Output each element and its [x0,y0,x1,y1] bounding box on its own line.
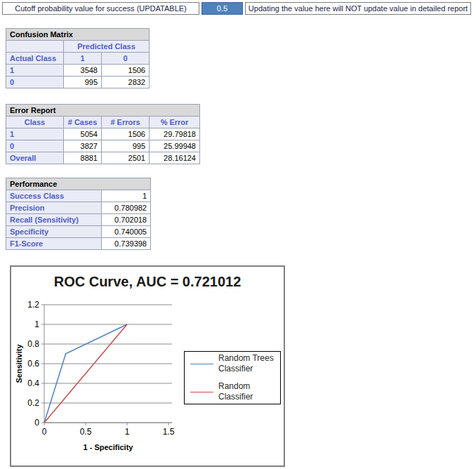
confusion-matrix-table: Confusion Matrix Predicted Class Actual … [6,28,150,88]
svg-text:1: 1 [34,319,39,329]
value-cell: 8881 [64,152,102,164]
table-row: Recall (Sensitivity) 0.702018 [6,214,151,226]
value-cell: 5054 [64,128,102,140]
svg-text:1.2: 1.2 [27,300,39,310]
value-cell: 0.702018 [102,214,151,226]
table-row: Precision 0.780982 [6,202,151,214]
table-row: 1 5054 1506 29.79818 [6,128,200,140]
performance-table: Performance Success Class 1 Precision 0.… [6,178,151,250]
table-title: Confusion Matrix [6,29,150,41]
row-label: Precision [6,202,102,214]
value-cell: 2501 [102,152,150,164]
value-cell: 0.740005 [102,226,151,238]
value-cell: 995 [64,77,102,88]
roc-chart: 00.20.40.60.811.200.511.51 - Specificity… [10,265,285,467]
cutoff-note: Updating the value here will NOT update … [245,2,471,15]
row-label: Recall (Sensitivity) [6,214,102,226]
value-cell: 0.780982 [102,202,151,214]
value-cell: 25.99948 [150,140,200,152]
value-cell: 1506 [102,65,150,77]
svg-text:0.6: 0.6 [27,359,39,369]
col-header: # Errors [102,117,150,128]
error-report-table: Error Report Class # Cases # Errors % Er… [6,104,200,164]
legend-label: Random Classifier [218,381,277,402]
col-header: 0 [102,53,150,65]
svg-text:0: 0 [42,427,47,437]
value-cell: 1 [102,190,151,202]
table-row: Actual Class 1 0 [6,53,150,65]
empty-cell [6,41,64,53]
col-header: 1 [64,53,102,65]
row-label: 1 [6,65,64,77]
value-cell: 0.739398 [102,238,151,250]
table-title: Performance [6,178,151,190]
legend-label: Random Trees Classifier [218,353,277,374]
legend-item: Random Trees Classifier [190,353,277,374]
actual-class-header: Actual Class [6,53,64,65]
table-row: 1 3548 1506 [6,65,150,77]
row-label: F1-Score [6,238,102,250]
col-header: % Error [150,117,200,128]
svg-text:0.5: 0.5 [80,427,92,437]
legend-item: Random Classifier [190,381,277,402]
svg-text:0: 0 [34,418,39,428]
predicted-class-header: Predicted Class [64,41,150,53]
svg-text:1: 1 [125,427,130,437]
table-row: F1-Score 0.739398 [6,238,151,250]
value-cell: 3827 [64,140,102,152]
legend-line-sample [190,392,213,392]
chart-legend: Random Trees Classifier Random Classifie… [184,351,281,404]
row-label: 0 [6,77,64,88]
table-row: Error Report [6,105,200,117]
table-row: Overall 8881 2501 28.16124 [6,152,200,164]
legend-line-sample [190,364,213,364]
svg-text:Sensitivity: Sensitivity [15,344,23,383]
svg-text:0.4: 0.4 [27,378,39,388]
value-cell: 28.16124 [150,152,200,164]
row-label: Specificity [6,226,102,238]
value-cell: 995 [102,140,150,152]
value-cell: 29.79818 [150,128,200,140]
table-row: Specificity 0.740005 [6,226,151,238]
table-row: Success Class 1 [6,190,151,202]
svg-text:1 - Specificity: 1 - Specificity [84,443,134,451]
row-label: Success Class [6,190,102,202]
col-header: # Cases [64,117,102,128]
table-row: Class # Cases # Errors % Error [6,117,200,128]
cutoff-bar: Cutoff probability value for success (UP… [2,2,471,15]
chart-title: ROC Curve, AUC = 0.721012 [11,274,284,290]
table-row: 0 995 2832 [6,77,150,88]
table-title: Error Report [6,105,200,117]
table-row: Performance [6,178,151,190]
cutoff-value-input[interactable]: 0.5 [201,2,243,15]
svg-text:1.5: 1.5 [163,427,175,437]
row-label: Overall [6,152,64,164]
value-cell: 3548 [64,65,102,77]
row-label: 1 [6,128,64,140]
row-label: 0 [6,140,64,152]
table-row: Predicted Class [6,41,150,53]
table-row: 0 3827 995 25.99948 [6,140,200,152]
col-header: Class [6,117,64,128]
svg-text:0.2: 0.2 [27,398,39,408]
classification-report: Cutoff probability value for success (UP… [0,0,476,469]
value-cell: 1506 [102,128,150,140]
svg-text:0.8: 0.8 [27,339,39,349]
table-row: Confusion Matrix [6,29,150,41]
cutoff-label: Cutoff probability value for success (UP… [2,2,199,15]
value-cell: 2832 [102,77,150,88]
